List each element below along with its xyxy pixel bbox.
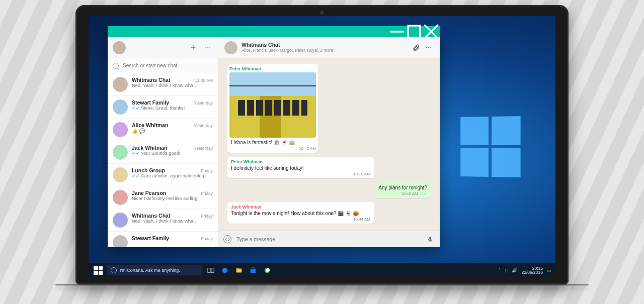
taskbar-clock[interactable]: 20:15 22/06/2016 xyxy=(521,266,543,275)
system-tray[interactable]: ˄ ▯ 🔊 20:15 22/06/2016 ▭ xyxy=(499,266,551,275)
chat-name: Alice Whitman xyxy=(132,122,168,128)
emoji-button[interactable] xyxy=(223,235,231,243)
chat-preview: Ned: Yeah, I think I know wha… xyxy=(132,219,213,224)
chat-preview: ✓✓Steve: Great, thanks! xyxy=(132,106,213,111)
svg-point-7 xyxy=(222,268,228,273)
search-input[interactable] xyxy=(123,63,213,68)
chat-list-item[interactable]: Jack WhitmanYesterday✓✓You: Sounds good! xyxy=(108,141,218,164)
cortana-placeholder: I'm Cortana. Ask me anything. xyxy=(120,268,180,273)
message-text: Tonight is the movie night! How about th… xyxy=(231,211,370,216)
message-time: 10:42 AM xyxy=(229,146,316,151)
search-icon xyxy=(113,63,119,69)
conversation-menu-button[interactable]: ⋯ xyxy=(425,43,434,52)
read-ticks-icon: ✓✓ xyxy=(132,151,140,156)
window-maximize-button[interactable] xyxy=(406,26,423,37)
svg-rect-5 xyxy=(208,268,210,273)
chat-list-item[interactable]: Alice WhitmanYesterday👍 💬 xyxy=(108,119,218,141)
chat-title: Whitmans Chat xyxy=(242,42,408,48)
chat-preview: Nice! I definitely feel like surfing xyxy=(132,196,213,201)
menu-button[interactable]: ⋯ xyxy=(204,43,213,52)
chat-list-item[interactable]: Whitmans Chat11:08 AMNed: Yeah, I think … xyxy=(108,73,218,96)
incoming-message[interactable]: Jack WhitmanTonight is the movie night! … xyxy=(227,202,374,224)
desktop-screen: + ⋯ Whitmans Chat11:08 AMNed: Yeah, I th… xyxy=(89,16,555,277)
chat-preview: ✓✓Care amiche, oggi finalmente posso xyxy=(132,173,213,178)
svg-rect-4 xyxy=(430,241,430,242)
message-sender: Jack Whitman xyxy=(231,205,370,210)
taskbar[interactable]: I'm Cortana. Ask me anything. xyxy=(89,263,555,277)
chat-name: Stewart Family xyxy=(132,235,169,241)
windows-logo-icon xyxy=(460,116,520,177)
tray-network-icon[interactable]: ▯ xyxy=(505,268,508,273)
taskbar-app-store[interactable] xyxy=(248,265,259,276)
message-thread[interactable]: Peter WhitmanLisboa is fantastic! 🏛️ 🍷 🚋… xyxy=(218,58,440,230)
webcam xyxy=(319,10,325,15)
taskbar-app-explorer[interactable] xyxy=(233,265,245,276)
whatsapp-window: + ⋯ Whitmans Chat11:08 AMNed: Yeah, I th… xyxy=(108,26,440,247)
tray-volume-icon[interactable]: 🔊 xyxy=(512,268,517,273)
my-avatar[interactable] xyxy=(113,41,126,54)
chat-list[interactable]: Whitmans Chat11:08 AMNed: Yeah, I think … xyxy=(108,73,218,247)
cortana-search[interactable]: I'm Cortana. Ask me anything. xyxy=(107,265,202,275)
chat-list-item[interactable]: Whitmans ChatFridayNed: Yeah, I think I … xyxy=(108,209,218,232)
incoming-message[interactable]: Peter WhitmanI definitely feel like surf… xyxy=(227,157,374,178)
chat-avatar xyxy=(113,99,128,115)
incoming-message[interactable]: Peter WhitmanLisboa is fantastic! 🏛️ 🍷 🚋… xyxy=(227,64,318,153)
attach-button[interactable] xyxy=(412,43,421,52)
taskbar-app-whatsapp[interactable] xyxy=(262,265,273,276)
chat-name: Jane Pearson xyxy=(132,190,166,196)
taskbar-app-edge[interactable] xyxy=(219,265,230,276)
chat-name: Stewart Family xyxy=(132,99,169,106)
chat-name: Jack Whitman xyxy=(132,145,168,151)
notifications-button[interactable]: ▭ xyxy=(547,268,551,273)
chat-avatar xyxy=(113,122,128,137)
chat-list-item[interactable]: Stewart FamilyFriday xyxy=(108,232,218,247)
laptop-bezel: + ⋯ Whitmans Chat11:08 AMNed: Yeah, I th… xyxy=(75,5,569,284)
new-chat-button[interactable]: + xyxy=(189,43,198,52)
chat-preview: ✓✓You: Sounds good! xyxy=(132,151,213,156)
chat-preview: 👍 💬 xyxy=(132,128,213,134)
task-view-button[interactable] xyxy=(205,265,216,276)
chat-avatar xyxy=(113,213,128,228)
window-minimize-button[interactable] xyxy=(388,26,406,37)
laptop-base xyxy=(55,284,589,285)
chat-time: Yesterday xyxy=(194,100,213,106)
message-text: Lisboa is fantastic! 🏛️ 🍷 🚋 xyxy=(229,138,316,145)
chat-name: Lunch Group xyxy=(132,167,165,173)
chat-time: Yesterday xyxy=(194,146,213,151)
read-ticks-icon: ✓✓ xyxy=(132,173,140,178)
chat-time: Friday xyxy=(201,168,213,173)
svg-rect-1 xyxy=(408,26,420,38)
chat-time: Friday xyxy=(201,236,213,241)
chat-avatar xyxy=(113,77,128,92)
chat-list-item[interactable]: Stewart FamilyYesterday✓✓Steve: Great, t… xyxy=(108,96,218,119)
message-time: 10:44 AM xyxy=(231,217,370,222)
chat-list-item[interactable]: Lunch GroupFriday✓✓Care amiche, oggi fin… xyxy=(108,164,218,186)
cortana-icon xyxy=(111,267,117,273)
window-close-button[interactable] xyxy=(423,26,440,37)
message-input[interactable] xyxy=(236,236,421,242)
message-time: 10:42 AM ✓✓ xyxy=(378,191,427,196)
message-text: Any plans for tonight? xyxy=(378,185,427,190)
voice-message-button[interactable] xyxy=(426,235,435,244)
chat-avatar xyxy=(113,167,128,182)
message-image[interactable] xyxy=(229,72,316,138)
chat-avatar xyxy=(113,190,128,205)
outgoing-message[interactable]: Any plans for tonight?10:42 AM ✓✓ xyxy=(375,182,431,198)
conversation-pane: Whitmans Chat Alice, Francis, Jack, Marg… xyxy=(218,37,440,247)
conversation-header[interactable]: Whitmans Chat Alice, Francis, Jack, Marg… xyxy=(218,37,440,58)
chat-preview: Ned: Yeah, I think I know wha… xyxy=(132,83,213,88)
read-ticks-icon: ✓✓ xyxy=(132,106,140,111)
window-titlebar[interactable] xyxy=(108,26,440,37)
message-text: I definitely feel like surfing today! xyxy=(231,165,370,171)
tray-chevron-up-icon[interactable]: ˄ xyxy=(499,268,501,273)
chat-list-item[interactable]: Jane PearsonFridayNice! I definitely fee… xyxy=(108,186,218,209)
svg-rect-9 xyxy=(236,268,238,270)
chat-name: Whitmans Chat xyxy=(132,213,170,219)
chat-avatar xyxy=(224,41,237,54)
chat-avatar xyxy=(113,145,128,160)
svg-rect-6 xyxy=(211,268,214,273)
message-time: 10:18 AM xyxy=(231,172,370,176)
chat-name: Whitmans Chat xyxy=(132,77,170,83)
sidebar-search[interactable] xyxy=(108,58,218,73)
start-button[interactable] xyxy=(93,265,104,276)
